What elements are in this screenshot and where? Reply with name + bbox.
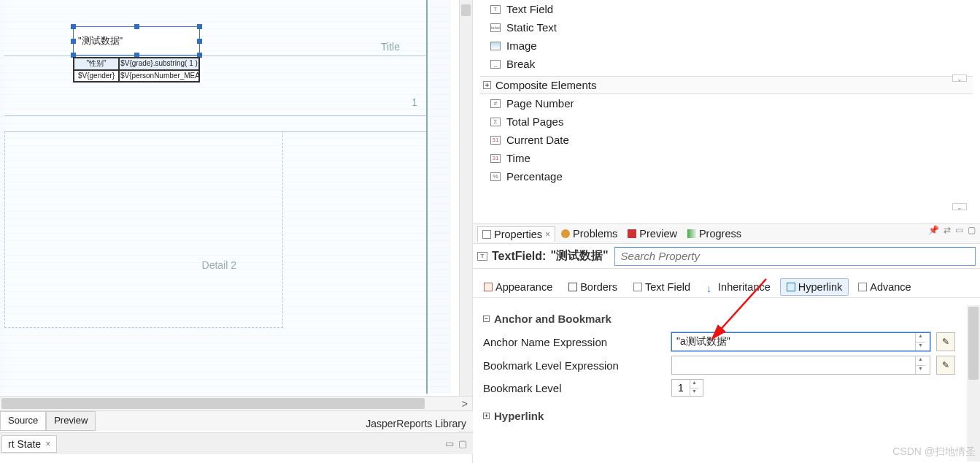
design-canvas[interactable]: Title 1 Detail 2 "测试数据" "性别" $V{grade}.s… (0, 0, 451, 394)
tab-appearance[interactable]: Appearance (477, 278, 559, 296)
input-bookmark-expr[interactable]: ▲▼ (671, 356, 930, 375)
scroll-thumb[interactable] (1, 398, 425, 409)
cell[interactable]: "性别" (74, 58, 119, 70)
row-bookmark-expr: Bookmark Level Expression ▲▼ ✎ (483, 356, 955, 375)
view-label: Properties (494, 229, 542, 240)
total-pages-icon: Σ (490, 118, 501, 126)
palette-percentage[interactable]: %Percentage (480, 167, 973, 185)
view-toolbar: 📌 ⇄ ▭ ▢ (928, 225, 976, 235)
palette-label: Break (506, 58, 535, 70)
palette-static-text[interactable]: labelStatic Text (480, 18, 973, 37)
number-value[interactable] (672, 382, 690, 394)
text-field-icon (633, 283, 642, 291)
link-icon[interactable]: ⇄ (944, 225, 951, 235)
page-number-icon: # (490, 99, 501, 108)
cell[interactable]: $V{grade}.substring( 1 ) (119, 58, 199, 70)
cell[interactable]: $V{personNumber_MEASURE} (119, 70, 199, 83)
palette-time[interactable]: 31Time (480, 149, 973, 167)
spinner[interactable]: ▲▼ (915, 333, 925, 351)
tab-preview[interactable]: Preview (46, 411, 96, 431)
label-anchor-name: Anchor Name Expression (483, 336, 665, 348)
palette-image[interactable]: Image (480, 37, 973, 55)
chevron-down-icon[interactable]: ⌄ (952, 203, 967, 210)
popout-icon[interactable]: ▢ (458, 438, 467, 449)
section-anchor-bookmark[interactable]: − Anchor and Bookmark (483, 313, 955, 325)
search-property-input[interactable] (614, 247, 976, 266)
close-icon[interactable]: × (545, 229, 550, 240)
state-bar: rt State × ▭ ▢ (0, 432, 473, 454)
image-icon (490, 42, 501, 50)
tab-hyperlink[interactable]: Hyperlink (780, 278, 849, 296)
palette-break[interactable]: ⎯Break (480, 55, 973, 73)
collapse-icon[interactable]: − (483, 315, 490, 322)
input-anchor-name[interactable]: "a测试数据" ▲▼ (671, 332, 930, 351)
inheritance-icon: ↓ (706, 283, 715, 291)
resize-handle[interactable] (197, 39, 202, 44)
cell[interactable]: $V{gender} (74, 70, 119, 83)
palette-label: Time (506, 152, 530, 164)
tab-advanced[interactable]: Advance (852, 278, 917, 296)
maximize-icon[interactable]: ▢ (968, 225, 976, 235)
property-tab-bar: Appearance Borders Text Field ↓Inheritan… (473, 276, 980, 298)
chevron-down-icon[interactable]: ⌄ (952, 74, 967, 82)
palette-label: Total Pages (506, 115, 563, 128)
report-state-tab[interactable]: rt State × (1, 435, 57, 453)
tab-source[interactable]: Source (0, 411, 46, 431)
expression-editor-button[interactable]: ✎ (936, 356, 955, 375)
tab-text-field[interactable]: Text Field (627, 278, 697, 296)
crosstab-element[interactable]: "性别" $V{grade}.substring( 1 ) $V{gender}… (73, 57, 200, 83)
tab-inheritance[interactable]: ↓Inheritance (700, 278, 777, 296)
spinner[interactable]: ▲▼ (915, 356, 925, 374)
element-name: "测试数据" (550, 248, 608, 264)
view-properties[interactable]: Properties× (477, 226, 555, 242)
input-bookmark-level[interactable]: ▲▼ (671, 379, 703, 397)
row-bookmark-level: Bookmark Level ▲▼ (483, 379, 955, 397)
palette-composite-header[interactable]: + Composite Elements (480, 76, 973, 94)
view-label: Preview (639, 228, 677, 240)
scroll-right-arrow[interactable]: > (458, 398, 472, 410)
view-label: Problems (573, 228, 617, 240)
scroll-thumb[interactable] (461, 4, 471, 16)
selected-text-field[interactable]: "测试数据" (73, 26, 200, 56)
view-preview[interactable]: Preview (623, 226, 682, 241)
palette-label: Static Text (506, 21, 557, 34)
palette-label: Text Field (506, 3, 553, 15)
calendar-icon: 31 (490, 136, 501, 145)
expression-editor-button[interactable]: ✎ (936, 332, 955, 351)
resize-handle[interactable] (134, 24, 139, 29)
palette-label: Current Date (506, 134, 569, 146)
minimize-icon[interactable]: ▭ (445, 438, 454, 449)
resize-handle[interactable] (197, 24, 202, 29)
minimize-icon[interactable]: ▭ (955, 225, 963, 235)
pin-icon[interactable]: 📌 (928, 225, 939, 235)
horizontal-scrollbar[interactable]: > (0, 396, 472, 410)
properties-icon (482, 230, 491, 239)
selected-text-value: "测试数据" (78, 34, 123, 47)
close-icon[interactable]: × (45, 439, 50, 449)
palette-total-pages[interactable]: ΣTotal Pages (480, 112, 973, 131)
calendar-icon: 31 (490, 154, 501, 163)
palette-label: Image (506, 39, 537, 52)
advanced-icon (858, 283, 867, 291)
view-problems[interactable]: Problems (557, 226, 622, 241)
resize-handle[interactable] (71, 39, 76, 44)
spinner[interactable]: ▲▼ (690, 380, 698, 396)
palette-current-date[interactable]: 31Current Date (480, 131, 973, 149)
text-field-icon: T (490, 5, 501, 14)
text-field-icon: T (477, 252, 487, 261)
scroll-thumb[interactable] (968, 307, 979, 380)
tab-borders[interactable]: Borders (562, 278, 624, 296)
section-hyperlink[interactable]: + Hyperlink (483, 410, 955, 422)
palette-text-field[interactable]: TText Field (480, 0, 973, 18)
expand-icon[interactable]: + (483, 413, 490, 419)
expand-icon[interactable]: + (483, 81, 491, 89)
palette-page-number[interactable]: #Page Number (480, 94, 973, 112)
resize-handle[interactable] (71, 24, 76, 29)
progress-icon (687, 229, 696, 238)
element-title: T TextField: "测试数据" (477, 248, 609, 264)
vertical-scrollbar[interactable] (459, 0, 472, 441)
properties-scrollbar[interactable] (967, 305, 980, 462)
view-progress[interactable]: Progress (683, 226, 746, 241)
state-tab-label: rt State (8, 438, 41, 450)
canvas-inner: Title 1 Detail 2 "测试数据" "性别" $V{grade}.s… (4, 0, 428, 394)
